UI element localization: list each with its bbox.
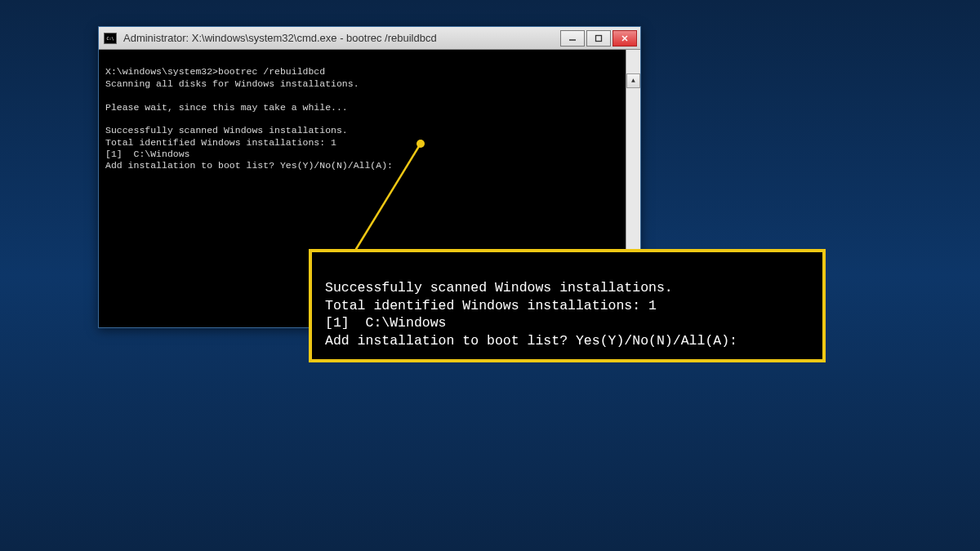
terminal-line: Total identified Windows installations: … [105,137,336,148]
window-title: Administrator: X:\windows\system32\cmd.e… [123,32,560,44]
callout-line-text: Total identified Windows installations: … [325,298,657,313]
terminal-line: X:\windows\system32>bootrec /rebuildbcd [105,66,325,77]
terminal-line: Please wait, since this may take a while… [105,102,348,113]
minimize-button[interactable] [560,30,585,47]
close-button[interactable] [612,30,637,47]
titlebar[interactable]: Administrator: X:\windows\system32\cmd.e… [99,27,640,50]
maximize-button[interactable] [586,30,611,47]
terminal-line: Successfully scanned Windows installatio… [105,125,348,136]
terminal-line: Add installation to boot list? Yes(Y)/No… [105,160,393,171]
callout-line-text: [1] C:\Windows [325,315,447,331]
terminal-line: Scanning all disks for Windows installat… [105,78,359,89]
cmd-icon [104,33,117,44]
callout-highlight: Successfully scanned Windows installatio… [309,249,826,362]
svg-rect-1 [596,35,602,41]
callout-line-text: Successfully scanned Windows installatio… [325,280,673,295]
window-controls [560,30,637,47]
callout-line-text: Add installation to boot list? Yes(Y)/No… [325,333,737,349]
terminal-line: [1] C:\Windows [105,149,190,159]
scroll-up-icon[interactable]: ▲ [626,73,640,88]
